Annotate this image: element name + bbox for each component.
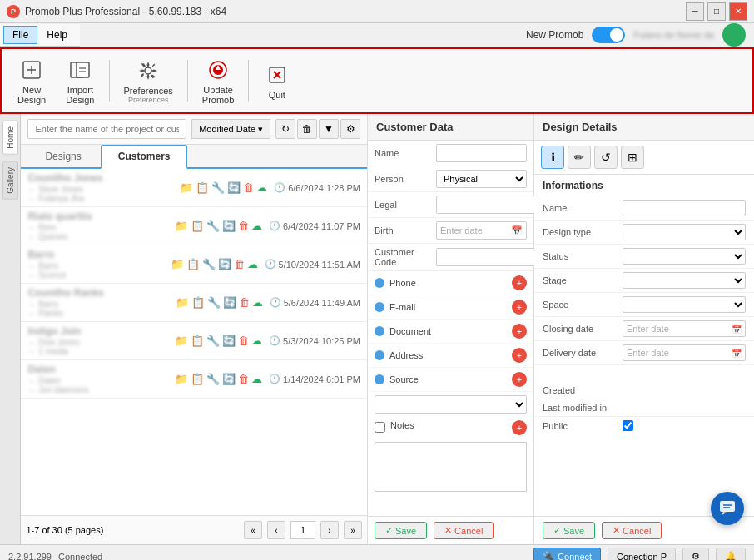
bell-button[interactable]: 🔔 bbox=[716, 548, 746, 561]
new-promob-toggle[interactable] bbox=[592, 27, 625, 43]
sync-icon[interactable]: 🔄 bbox=[222, 335, 236, 347]
sync-icon[interactable]: 🔄 bbox=[222, 220, 236, 232]
close-button[interactable]: ✕ bbox=[729, 2, 747, 21]
delete-icon[interactable]: 🗑 bbox=[243, 181, 254, 194]
sync-icon[interactable]: 🔄 bbox=[223, 296, 236, 309]
filter-button[interactable]: ▼ bbox=[319, 119, 339, 139]
settings-status-button[interactable]: ⚙ bbox=[682, 548, 709, 561]
cloud-icon[interactable]: ☁ bbox=[256, 181, 267, 194]
design-edit-button[interactable]: ✏ bbox=[568, 146, 591, 169]
customer-cancel-button[interactable]: ✕ Cancel bbox=[434, 522, 494, 539]
address-add-button[interactable]: + bbox=[512, 348, 527, 363]
sort-button[interactable]: Modified Date ▾ bbox=[191, 119, 270, 139]
cloud-icon[interactable]: ☁ bbox=[251, 373, 262, 385]
delete-icon[interactable]: 🗑 bbox=[238, 373, 249, 385]
delete-filter-button[interactable]: 🗑 bbox=[297, 119, 317, 139]
last-page-button[interactable]: » bbox=[344, 521, 362, 539]
folder-icon[interactable]: 📁 bbox=[175, 335, 188, 347]
cloud-icon[interactable]: ☁ bbox=[251, 220, 262, 232]
stage-select[interactable] bbox=[623, 272, 746, 289]
prev-page-button[interactable]: ‹ bbox=[267, 521, 285, 539]
email-add-button[interactable]: + bbox=[512, 300, 527, 315]
page-input[interactable] bbox=[290, 521, 315, 539]
space-select[interactable] bbox=[623, 296, 746, 313]
sync-icon[interactable]: 🔄 bbox=[218, 258, 231, 270]
design-save-button[interactable]: ✓ Save bbox=[543, 522, 595, 539]
maximize-button[interactable]: □ bbox=[707, 2, 726, 21]
sync-icon[interactable]: 🔄 bbox=[222, 373, 236, 385]
search-input[interactable] bbox=[27, 119, 186, 139]
design-cancel-button[interactable]: ✕ Cancel bbox=[602, 522, 662, 539]
copy-icon[interactable]: 📋 bbox=[196, 181, 209, 194]
design-type-select[interactable] bbox=[623, 224, 746, 240]
cloud-icon[interactable]: ☁ bbox=[247, 258, 258, 270]
new-design-button[interactable]: NewDesign bbox=[8, 52, 55, 109]
calendar-icon[interactable]: 📅 bbox=[511, 225, 523, 236]
preferences-button[interactable]: Preferences Preferences bbox=[115, 53, 182, 108]
delete-icon[interactable]: 🗑 bbox=[238, 335, 249, 347]
folder-icon[interactable]: 📁 bbox=[175, 373, 188, 385]
copy-icon[interactable]: 📋 bbox=[191, 373, 204, 385]
source-add-button[interactable]: + bbox=[512, 372, 527, 387]
next-page-button[interactable]: › bbox=[320, 521, 339, 539]
config-button[interactable]: ⚙ bbox=[340, 119, 360, 139]
list-item[interactable]: Indigo Join ← Dow Jones ← 1 media 📁 📋 🔧 … bbox=[21, 322, 367, 360]
cloud-icon[interactable]: ☁ bbox=[251, 335, 262, 347]
edit-icon[interactable]: 🔧 bbox=[207, 296, 221, 309]
edit-icon[interactable]: 🔧 bbox=[211, 181, 225, 194]
person-select[interactable]: Physical Legal bbox=[436, 170, 527, 188]
folder-icon[interactable]: 📁 bbox=[175, 220, 188, 232]
menu-file[interactable]: File bbox=[3, 26, 37, 44]
document-add-button[interactable]: + bbox=[512, 324, 527, 339]
source-select[interactable] bbox=[375, 395, 527, 414]
cloud-icon[interactable]: ☁ bbox=[252, 296, 263, 309]
list-item[interactable]: Counilho Ranks ← Barrs ← Flanks 📁 📋 🔧 🔄 … bbox=[21, 284, 367, 322]
list-item[interactable]: Counilho Jones ← Store Jones ← Fulanya J… bbox=[21, 169, 367, 207]
update-promob-button[interactable]: UpdatePromob bbox=[193, 52, 244, 109]
copy-icon[interactable]: 📋 bbox=[191, 335, 204, 347]
delete-icon[interactable]: 🗑 bbox=[234, 258, 245, 270]
folder-icon[interactable]: 📁 bbox=[171, 258, 184, 270]
folder-icon[interactable]: 📁 bbox=[180, 181, 193, 194]
copy-icon[interactable]: 📋 bbox=[191, 220, 204, 232]
refresh-button[interactable]: ↻ bbox=[275, 119, 295, 139]
closing-date-input[interactable]: Enter date 📅 bbox=[623, 320, 746, 337]
connect-button[interactable]: 🔌 Connect bbox=[533, 548, 601, 561]
notes-add-button[interactable]: + bbox=[512, 420, 527, 435]
minimize-button[interactable]: ─ bbox=[686, 2, 704, 21]
list-item[interactable]: Barro ← Barrs ← Sconce 📁 📋 🔧 🔄 🗑 ☁ 🕐 5/1… bbox=[21, 245, 367, 284]
delete-icon[interactable]: 🗑 bbox=[238, 220, 249, 232]
edit-icon[interactable]: 🔧 bbox=[202, 258, 216, 270]
quit-button[interactable]: Quit bbox=[254, 57, 300, 104]
edit-icon[interactable]: 🔧 bbox=[206, 335, 220, 347]
phone-add-button[interactable]: + bbox=[512, 275, 527, 290]
delivery-date-input[interactable]: Enter date 📅 bbox=[623, 344, 746, 361]
copy-icon[interactable]: 📋 bbox=[191, 296, 205, 309]
connection-p-button[interactable]: Conection P bbox=[608, 548, 676, 561]
sidebar-home[interactable]: Home bbox=[2, 121, 18, 155]
name-input[interactable] bbox=[436, 144, 527, 162]
public-checkbox[interactable] bbox=[623, 420, 633, 431]
design-settings-button[interactable]: ⊞ bbox=[621, 146, 644, 169]
chat-bubble[interactable] bbox=[711, 492, 744, 525]
list-item[interactable]: Daten ← Daten ← Jon daemons 📁 📋 🔧 🔄 🗑 ☁ … bbox=[21, 360, 367, 399]
design-name-input[interactable] bbox=[623, 200, 746, 216]
import-design-button[interactable]: ImportDesign bbox=[57, 52, 103, 109]
status-select[interactable] bbox=[623, 248, 746, 265]
sidebar-gallery[interactable]: Gallery bbox=[2, 161, 18, 200]
notes-textarea[interactable] bbox=[375, 442, 527, 492]
first-page-button[interactable]: « bbox=[244, 521, 262, 539]
design-info-button[interactable]: ℹ bbox=[541, 146, 564, 169]
design-refresh-button[interactable]: ↺ bbox=[594, 146, 618, 169]
copy-icon[interactable]: 📋 bbox=[186, 258, 200, 270]
list-item[interactable]: Riato quarttis ← Rem ← Queues 📁 📋 🔧 🔄 🗑 … bbox=[21, 207, 367, 245]
delete-icon[interactable]: 🗑 bbox=[239, 296, 250, 309]
menu-help[interactable]: Help bbox=[37, 26, 77, 44]
sync-icon[interactable]: 🔄 bbox=[227, 181, 241, 194]
edit-icon[interactable]: 🔧 bbox=[206, 373, 220, 385]
edit-icon[interactable]: 🔧 bbox=[206, 220, 220, 232]
tab-customers[interactable]: Customers bbox=[101, 145, 188, 169]
folder-icon[interactable]: 📁 bbox=[176, 296, 189, 309]
notes-checkbox[interactable] bbox=[375, 422, 385, 433]
customer-save-button[interactable]: ✓ Save bbox=[375, 522, 427, 539]
